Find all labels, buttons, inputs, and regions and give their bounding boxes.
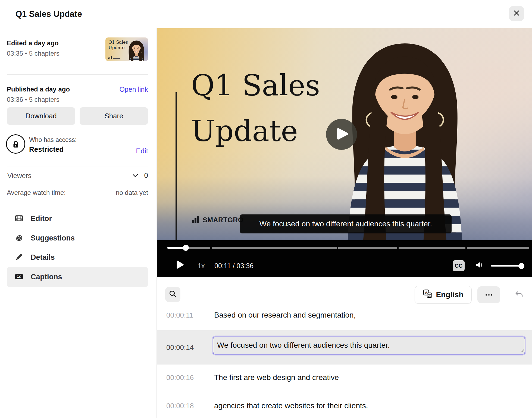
caption-timestamp: 00:00:14 [166,343,210,352]
spiral-icon [14,233,24,244]
video-player[interactable]: Q1 Sales Update SMARTGRO [157,28,532,240]
main-area: Q1 Sales Update SMARTGRO [157,28,532,418]
caption-text[interactable]: The first are web design and creative [214,373,339,382]
caption-timestamp: 00:00:16 [166,373,210,382]
page-title: Q1 Sales Update [15,0,82,28]
edited-label: Edited a day ago [7,39,59,47]
slide-title: Q1 Sales Update [191,63,320,154]
language-label: English [436,290,463,299]
viewers-expand-chevron-icon[interactable] [132,172,139,180]
viewers-count: 0 [144,171,148,180]
cc-icon: CC [14,272,24,283]
cc-toggle-button[interactable]: CC [453,260,465,271]
sidebar-item-editor[interactable]: Editor [7,209,148,229]
lock-icon [6,134,25,154]
pencil-icon [14,252,24,263]
watch-time-value: no data yet [116,189,148,197]
sidebar-item-label: Editor [31,214,52,223]
sidebar-item-label: Details [31,253,55,262]
watch-time-label: Average watch time: [7,189,66,197]
play-icon [337,128,348,141]
time-display: 00:11 / 03:36 [214,262,254,270]
open-link[interactable]: Open link [119,86,148,93]
published-label: Published a day ago [7,86,70,93]
brand-logo-text: SMARTGRO [203,216,243,224]
caption-timestamp: 00:00:11 [166,311,210,319]
sidebar-item-label: Captions [31,273,62,281]
brand-logo: SMARTGRO [192,215,243,224]
volume-knob[interactable] [518,263,524,269]
caption-text[interactable]: agencies that create websites for their … [214,401,368,410]
player-controls: 1x 00:11 / 03:36 CC [157,240,532,277]
undo-icon [514,290,524,300]
caption-edit-textarea[interactable]: We focused on two different audiences th… [213,337,525,354]
translate-icon: A [423,289,433,301]
caption-overlay: We focused on two different audiences th… [240,214,452,233]
edit-access-link[interactable]: Edit [136,147,148,155]
share-button[interactable]: Share [80,107,148,125]
edited-meta: 03:35 • 5 chapters [7,50,60,57]
progress-bar[interactable] [167,247,529,249]
caption-text[interactable]: Based on our research and segmentation, [214,311,356,319]
close-icon [512,8,521,19]
viewers-label: Viewers [7,172,31,180]
caption-row-active: 00:00:14 We focused on two different aud… [157,330,532,365]
play-overlay-button[interactable] [326,119,357,150]
play-button[interactable] [176,260,184,270]
captions-panel: A English 0 [157,277,532,418]
sidebar-item-captions[interactable]: CC Captions [7,267,148,287]
access-value: Restricted [29,145,64,154]
caption-row: 00:00:11 Based on our research and segme… [157,300,532,330]
access-label: Who has access: [29,136,77,144]
sidebar-item-details[interactable]: Details [7,248,148,267]
film-icon [14,213,24,224]
caption-row: 00:00:18 agencies that create websites f… [157,391,532,418]
header: Q1 Sales Update [0,0,532,28]
published-meta: 03:36 • 5 chapters [7,96,60,103]
playback-speed[interactable]: 1x [198,262,205,270]
slide-accent-line [176,92,177,240]
search-icon [168,290,177,299]
volume-icon[interactable] [474,260,484,271]
share-dialog: Q1 Sales Update Edited a day ago 03:35 •… [0,0,532,418]
video-thumbnail[interactable]: Q1 SalesUpdate [105,37,148,61]
volume-slider[interactable] [491,265,521,267]
caption-row: 00:00:16 The first are web design and cr… [157,365,532,391]
svg-text:CC: CC [17,275,21,278]
sidebar-item-label: Suggestions [31,234,75,242]
caption-edit-wrapper: We focused on two different audiences th… [213,337,525,354]
playhead-handle[interactable] [183,245,189,251]
thumbnail-logo [108,56,120,59]
sidebar: Edited a day ago 03:35 • 5 chapters Q1 S… [0,28,157,418]
sidebar-item-suggestions[interactable]: Suggestions [7,228,148,248]
undo-button[interactable] [513,289,525,301]
bar-chart-icon [192,215,200,224]
download-button[interactable]: Download [7,107,75,125]
thumbnail-presenter-image [124,38,148,61]
close-button[interactable] [509,6,524,21]
caption-timestamp: 00:00:18 [166,402,210,410]
ellipsis-icon [486,294,487,296]
